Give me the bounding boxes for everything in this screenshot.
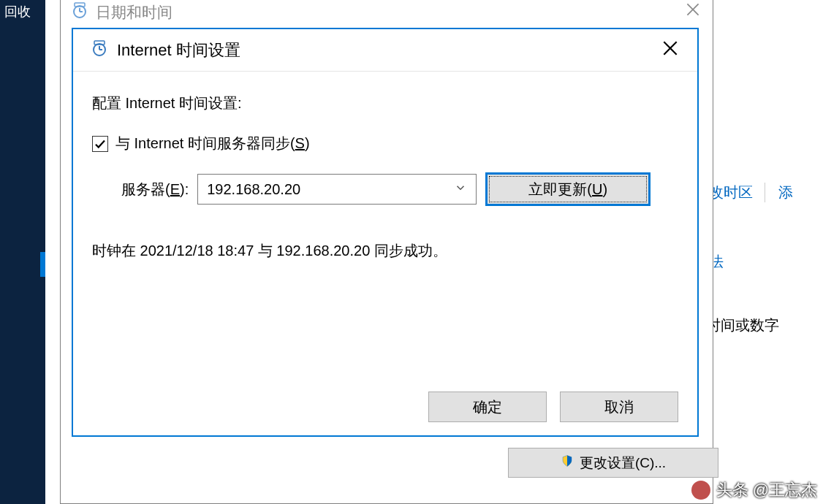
svg-rect-7 xyxy=(94,41,105,45)
cancel-button[interactable]: 取消 xyxy=(560,392,678,422)
dialog-title: Internet 时间设置 xyxy=(117,39,240,61)
dialog-button-row: 确定 取消 xyxy=(428,392,678,422)
close-icon[interactable] xyxy=(683,0,702,23)
update-now-button[interactable]: 立即更新(U) xyxy=(485,172,651,206)
ok-label: 确定 xyxy=(473,397,502,417)
change-settings-label: 更改设置(C)... xyxy=(580,454,666,473)
close-button[interactable] xyxy=(661,39,680,61)
clock-icon xyxy=(71,1,88,23)
change-timezone-link[interactable]: 改时区 xyxy=(709,183,753,202)
clock-icon xyxy=(91,39,108,61)
update-now-label: 立即更新(U) xyxy=(528,180,607,199)
server-combobox[interactable]: 192.168.20.20 xyxy=(197,174,477,205)
watermark: 头条 @王忘杰 xyxy=(691,479,817,501)
add-link[interactable]: 添 xyxy=(765,183,793,202)
server-label: 服务器(E): xyxy=(121,180,189,199)
selection-indicator xyxy=(40,252,45,277)
internet-time-dialog: Internet 时间设置 配置 Internet 时间设置: 与 Intern… xyxy=(72,28,699,437)
sync-checkbox-label: 与 Internet 时间服务器同步(S) xyxy=(115,134,310,153)
sync-status-text: 时钟在 2021/12/18 18:47 与 192.168.20.20 同步成… xyxy=(92,241,678,261)
change-settings-button[interactable]: 更改设置(C)... xyxy=(508,448,718,478)
server-row: 服务器(E): 192.168.20.20 立即更新(U) xyxy=(92,172,678,206)
watermark-text: 头条 @王忘杰 xyxy=(716,479,817,501)
dialog-body: 配置 Internet 时间设置: 与 Internet 时间服务器同步(S) … xyxy=(73,72,697,268)
date-time-titlebar: 日期和时间 xyxy=(61,0,713,22)
cancel-label: 取消 xyxy=(604,397,634,417)
shield-icon xyxy=(561,454,574,471)
recycle-bin-label: 回收 xyxy=(0,0,45,23)
config-label: 配置 Internet 时间设置: xyxy=(92,93,678,113)
server-value: 192.168.20.20 xyxy=(207,181,300,198)
svg-rect-1 xyxy=(75,3,85,7)
ok-button[interactable]: 确定 xyxy=(428,392,547,422)
desktop-background: 回收 xyxy=(0,0,45,504)
settings-background: 改时区 添 法 、时间或数字 xyxy=(713,0,823,504)
dialog-titlebar: Internet 时间设置 xyxy=(73,29,697,72)
sync-checkbox-row[interactable]: 与 Internet 时间服务器同步(S) xyxy=(92,134,678,153)
sync-checkbox[interactable] xyxy=(92,136,108,152)
chevron-down-icon xyxy=(454,181,467,198)
date-time-title: 日期和时间 xyxy=(96,2,172,23)
avatar-icon xyxy=(691,481,710,500)
